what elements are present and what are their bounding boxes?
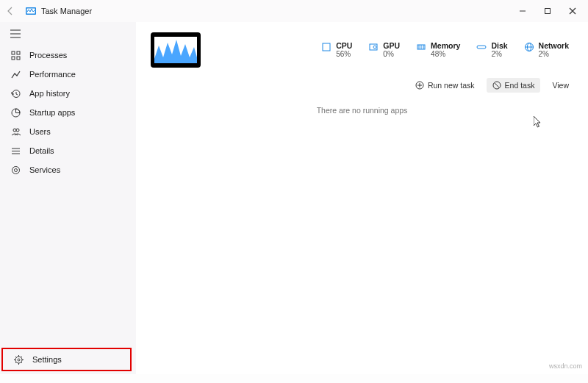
plus-circle-icon [415,81,424,90]
back-button[interactable] [6,7,21,15]
sidebar-item-label: Users [29,127,51,136]
sidebar-item-processes[interactable]: Processes [0,46,136,65]
metric-label: GPU [383,41,400,51]
svg-rect-29 [477,46,486,49]
svg-point-14 [16,129,19,132]
memory-icon [416,42,426,52]
gear-icon [13,354,24,365]
history-icon [10,88,21,99]
metric-label: CPU [336,41,352,51]
toolbar: Run new task End task View [136,74,588,96]
settings-highlight: Settings [1,348,132,371]
disk-icon [476,42,487,52]
metric-value: 56% [336,50,352,59]
hamburger-menu[interactable] [0,25,136,46]
metric-disk[interactable]: Disk2% [476,41,507,60]
grid-icon [10,50,21,60]
cpu-icon [321,42,331,52]
maximize-button[interactable] [535,1,560,21]
svg-point-13 [13,129,16,132]
tool-label: Run new task [428,81,475,90]
close-button[interactable] [560,1,585,21]
speed-icon [10,107,21,118]
metric-value: 2% [491,50,507,59]
users-icon [10,126,21,137]
metric-memory[interactable]: Memory48% [416,41,460,60]
sidebar-item-label: Services [29,165,60,174]
services-icon [10,165,21,175]
network-icon [524,42,534,52]
empty-message: There are no running apps [136,106,588,115]
sidebar-item-services[interactable]: Services [0,160,136,179]
tool-label: End task [505,81,535,90]
svg-point-24 [373,46,376,49]
sidebar-item-label: Settings [32,355,62,364]
metric-value: 0% [383,50,400,59]
metrics-row: CPU56% GPU0% Memory48% Disk2% Network2% [321,41,573,60]
stop-circle-icon [492,81,501,90]
minimize-button[interactable] [510,1,535,21]
metric-value: 2% [539,50,569,59]
metric-label: Disk [491,41,507,51]
svg-rect-22 [323,43,330,51]
tool-label: View [552,81,569,90]
list-icon [10,146,21,156]
svg-line-37 [495,83,499,87]
sidebar-item-startup-apps[interactable]: Startup apps [0,103,136,122]
metric-label: Network [539,41,569,51]
gpu-icon [368,42,379,52]
metric-network[interactable]: Network2% [524,41,569,60]
sidebar-item-settings[interactable]: Settings [3,349,130,370]
sidebar-item-details[interactable]: Details [0,141,136,160]
metric-value: 48% [431,50,460,59]
main-area: Processes Performance App history Startu… [0,22,588,374]
svg-rect-7 [12,51,15,54]
svg-rect-8 [17,51,20,54]
sidebar-item-performance[interactable]: Performance [0,65,136,84]
metric-cpu[interactable]: CPU56% [321,41,352,60]
svg-point-19 [14,168,17,171]
sidebar-item-users[interactable]: Users [0,122,136,141]
sidebar-item-label: Performance [29,70,76,79]
sidebar-item-label: Processes [29,51,67,60]
svg-rect-10 [17,57,20,60]
metric-label: Memory [431,41,460,51]
content-pane: CPU56% GPU0% Memory48% Disk2% Network2% [136,22,588,374]
mouse-cursor [534,116,542,128]
sidebar-item-label: Startup apps [29,108,75,117]
view-button[interactable]: View [546,78,575,93]
end-task-button[interactable]: End task [487,78,541,93]
sidebar-item-label: App history [29,89,70,98]
titlebar: Task Manager [0,0,588,22]
svg-point-18 [12,166,19,173]
metric-gpu[interactable]: GPU0% [368,41,400,60]
chart-icon [10,69,21,79]
sidebar-item-app-history[interactable]: App history [0,84,136,103]
sidebar: Processes Performance App history Startu… [0,22,136,374]
sidebar-item-label: Details [29,146,54,155]
app-icon [25,5,37,17]
svg-rect-9 [12,57,15,60]
performance-thumbnail[interactable] [151,32,201,68]
header-row: CPU56% GPU0% Memory48% Disk2% Network2% [136,22,588,74]
svg-rect-3 [545,9,551,14]
window-title: Task Manager [41,7,92,15]
watermark: wsxdn.com [549,362,582,370]
run-new-task-button[interactable]: Run new task [409,78,481,93]
svg-point-21 [18,359,20,361]
